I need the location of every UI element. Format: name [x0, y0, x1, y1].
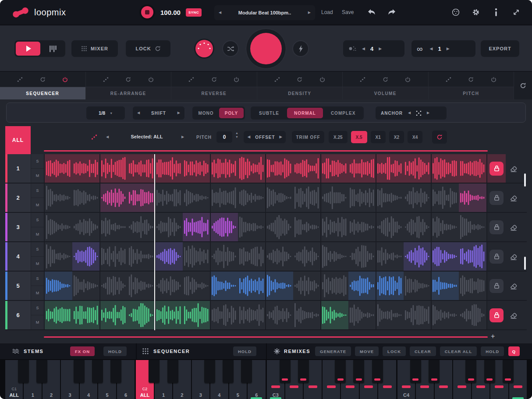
black-key[interactable] — [280, 360, 291, 383]
track-number[interactable]: 6 — [5, 301, 31, 329]
add-button[interactable]: + — [491, 332, 495, 340]
anchor-next-button[interactable]: ▶ — [427, 111, 429, 115]
retrigger-button[interactable] — [432, 131, 447, 144]
tab-reverse[interactable]: REVERSE — [171, 72, 257, 99]
waveform-lane[interactable] — [44, 213, 486, 241]
black-key[interactable] — [74, 360, 85, 383]
selected-prev-button[interactable]: ◀ — [106, 135, 109, 139]
lock-button[interactable] — [489, 191, 504, 205]
scrollbar-track[interactable] — [521, 272, 527, 300]
bars-prev-button[interactable]: ◀ — [362, 47, 365, 51]
loop-icon[interactable] — [125, 77, 131, 82]
stems-hold-button[interactable]: HOLD — [103, 346, 127, 356]
waveform-lane[interactable] — [44, 301, 486, 329]
fx-on-toggle[interactable]: FX ON — [70, 346, 95, 356]
speed-x.25[interactable]: X.25 — [329, 131, 348, 143]
remix-lock-button[interactable]: LOCK — [383, 346, 406, 356]
lock-button[interactable] — [489, 220, 504, 234]
mute-button[interactable]: M — [31, 315, 44, 329]
selected-next-button[interactable]: ▶ — [181, 135, 184, 139]
remix-generate-button[interactable]: GENERATE — [315, 346, 351, 356]
mute-button[interactable]: M — [31, 198, 44, 212]
redo-button[interactable] — [387, 8, 396, 16]
shift-prev-button[interactable]: ◀ — [137, 111, 140, 115]
track-number[interactable]: 5 — [5, 272, 31, 300]
black-key[interactable] — [149, 360, 160, 383]
piano-mode-button[interactable] — [42, 42, 64, 56]
complexity-subtle[interactable]: SUBTLE — [252, 108, 286, 118]
black-key[interactable] — [92, 360, 103, 383]
remix-move-button[interactable]: MOVE — [355, 346, 379, 356]
eraser-button[interactable] — [509, 164, 518, 173]
remix-hold-button[interactable]: HOLD — [481, 346, 504, 356]
preset-prev-button[interactable]: ◀ — [219, 11, 221, 14]
eraser-button[interactable] — [509, 311, 518, 320]
black-key[interactable] — [167, 360, 178, 383]
scrollbar-track[interactable] — [521, 184, 527, 212]
solo-button[interactable]: S — [31, 272, 44, 286]
power-icon[interactable] — [148, 77, 154, 82]
amount-knob[interactable] — [195, 40, 213, 57]
shift-next-button[interactable]: ▶ — [177, 111, 180, 115]
power-icon[interactable] — [319, 77, 325, 82]
waveform-lane[interactable] — [44, 272, 486, 300]
complexity-normal[interactable]: NORMAL — [287, 108, 323, 118]
lock-mode-button[interactable]: LOCK — [126, 40, 170, 57]
scrollbar-track[interactable] — [521, 301, 527, 329]
black-key[interactable] — [484, 360, 495, 383]
tab-volume[interactable]: VOLUME — [343, 72, 429, 99]
pattern-icon[interactable] — [17, 77, 23, 82]
tab-pitch[interactable]: PITCH — [429, 72, 514, 99]
play-button[interactable] — [16, 42, 40, 56]
tab-re-arrange[interactable]: RE-ARRANGE — [86, 72, 172, 99]
eraser-button[interactable] — [509, 223, 518, 232]
solo-button[interactable]: S — [31, 184, 44, 198]
globe-icon[interactable] — [451, 8, 460, 16]
pattern-icon[interactable] — [446, 77, 451, 82]
waveform-lane[interactable] — [44, 242, 486, 271]
black-key[interactable] — [353, 360, 364, 383]
solo-button[interactable]: S — [31, 301, 44, 315]
global-loop-button[interactable] — [514, 72, 532, 99]
pattern-icon[interactable] — [188, 77, 194, 82]
speed-x1[interactable]: X1 — [371, 131, 386, 143]
black-key[interactable] — [223, 360, 234, 383]
loop-prev-button[interactable]: ◀ — [430, 47, 433, 51]
preset-name[interactable]: Modular Beat 100bpm.. — [238, 10, 291, 15]
offset-next-button[interactable]: ▶ — [280, 135, 283, 139]
select-all-block[interactable]: ALL — [5, 126, 31, 154]
eraser-button[interactable] — [509, 194, 518, 202]
anchor-prev-button[interactable]: ◀ — [408, 111, 411, 115]
black-key[interactable] — [465, 360, 476, 383]
power-icon[interactable] — [491, 77, 497, 82]
complexity-complex[interactable]: COMPLEX — [324, 108, 362, 118]
power-icon[interactable] — [405, 77, 411, 82]
pattern-icon[interactable] — [274, 77, 280, 82]
bars-next-button[interactable]: ▶ — [379, 47, 382, 51]
lock-button[interactable] — [489, 308, 504, 322]
solo-button[interactable]: S — [31, 213, 44, 227]
resize-icon[interactable] — [512, 8, 521, 16]
black-key[interactable] — [204, 360, 215, 383]
eraser-button[interactable] — [509, 252, 518, 261]
tab-sequencer[interactable]: SEQUENCER — [0, 72, 86, 99]
sequencer-hold-button[interactable]: HOLD — [233, 346, 256, 356]
load-button[interactable]: Load — [321, 0, 333, 25]
loop-icon[interactable] — [468, 77, 474, 82]
loop-next-button[interactable]: ▶ — [447, 47, 450, 51]
quantize-toggle[interactable]: Q — [508, 346, 520, 356]
scroll-marker[interactable] — [524, 173, 526, 187]
lock-button[interactable] — [489, 250, 504, 264]
undo-button[interactable] — [367, 8, 376, 16]
track-number[interactable]: 2 — [5, 184, 31, 212]
bpm-display[interactable]: 100.00 — [160, 9, 181, 16]
info-icon[interactable] — [492, 8, 500, 16]
track-number[interactable]: 3 — [5, 213, 31, 241]
scroll-marker[interactable] — [524, 257, 526, 270]
pitch-up-icon[interactable]: ▲ — [235, 131, 238, 134]
rate-dropdown[interactable]: 1/8 ▼ — [86, 106, 125, 120]
mute-button[interactable]: M — [31, 169, 44, 183]
waveform-lane[interactable] — [44, 184, 486, 212]
mute-button[interactable]: M — [31, 227, 44, 241]
pitch-stepper[interactable]: ▲ ▼ — [235, 131, 238, 138]
